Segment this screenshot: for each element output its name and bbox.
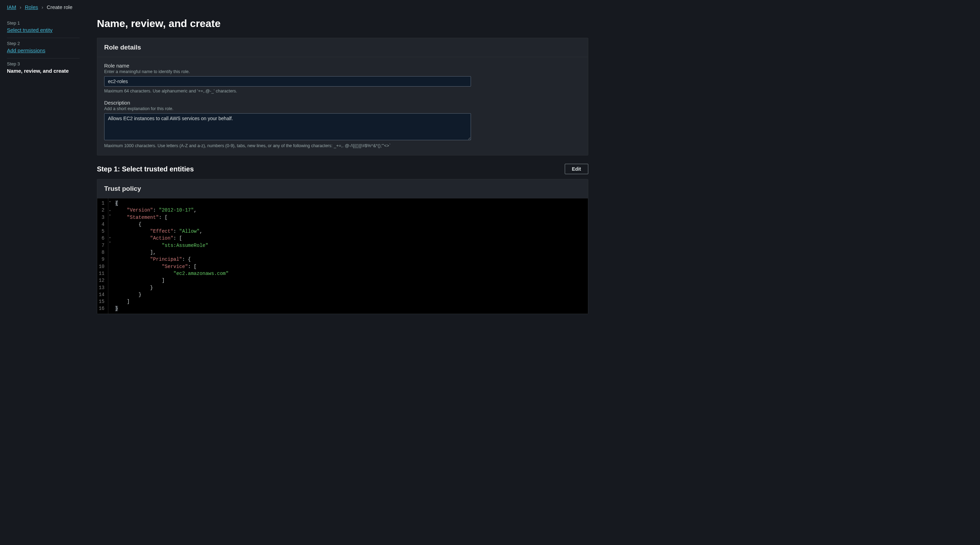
chevron-right-icon: › bbox=[41, 4, 43, 10]
step-title[interactable]: Add permissions bbox=[7, 48, 45, 53]
role-name-input[interactable] bbox=[104, 76, 471, 86]
wizard-steps: Step 1 Select trusted entity Step 2 Add … bbox=[0, 14, 86, 545]
page-title: Name, review, and create bbox=[97, 18, 588, 29]
role-name-field: Role name Enter a meaningful name to ide… bbox=[104, 63, 471, 94]
panel-title: Role details bbox=[104, 44, 581, 51]
wizard-step-2[interactable]: Step 2 Add permissions bbox=[7, 38, 80, 58]
main-content: Name, review, and create Role details Ro… bbox=[86, 14, 599, 545]
breadcrumb-current: Create role bbox=[47, 4, 72, 10]
step-label: Step 2 bbox=[7, 41, 80, 46]
field-label: Description bbox=[104, 100, 471, 105]
description-textarea[interactable] bbox=[104, 113, 471, 140]
fold-column: ▾▾▾▾▾ bbox=[108, 198, 113, 314]
step1-header-row: Step 1: Select trusted entities Edit bbox=[97, 164, 588, 174]
section-title: Step 1: Select trusted entities bbox=[97, 165, 194, 173]
step-title: Name, review, and create bbox=[7, 68, 69, 74]
step-label: Step 3 bbox=[7, 61, 80, 67]
wizard-step-3: Step 3 Name, review, and create bbox=[7, 59, 80, 79]
description-field: Description Add a short explanation for … bbox=[104, 100, 471, 148]
code-content[interactable]: { "Version": "2012-10-17", "Statement": … bbox=[113, 198, 232, 314]
step-title[interactable]: Select trusted entity bbox=[7, 27, 52, 33]
panel-title: Trust policy bbox=[104, 185, 581, 193]
trust-policy-editor[interactable]: 12345678910111213141516 ▾▾▾▾▾ { "Version… bbox=[97, 198, 588, 314]
role-details-panel: Role details Role name Enter a meaningfu… bbox=[97, 38, 588, 155]
line-gutter: 12345678910111213141516 bbox=[97, 198, 108, 314]
chevron-right-icon: › bbox=[20, 4, 21, 10]
field-hint: Enter a meaningful name to identify this… bbox=[104, 69, 471, 74]
edit-button[interactable]: Edit bbox=[565, 164, 588, 174]
breadcrumb: IAM › Roles › Create role bbox=[0, 0, 980, 14]
breadcrumb-iam[interactable]: IAM bbox=[7, 4, 16, 10]
trust-policy-panel: Trust policy 12345678910111213141516 ▾▾▾… bbox=[97, 179, 588, 314]
field-label: Role name bbox=[104, 63, 471, 69]
breadcrumb-roles[interactable]: Roles bbox=[25, 4, 38, 10]
field-constraint: Maximum 1000 characters. Use letters (A-… bbox=[104, 143, 471, 148]
wizard-step-1[interactable]: Step 1 Select trusted entity bbox=[7, 18, 80, 38]
field-constraint: Maximum 64 characters. Use alphanumeric … bbox=[104, 89, 471, 94]
step-label: Step 1 bbox=[7, 21, 80, 25]
field-hint: Add a short explanation for this role. bbox=[104, 106, 471, 111]
